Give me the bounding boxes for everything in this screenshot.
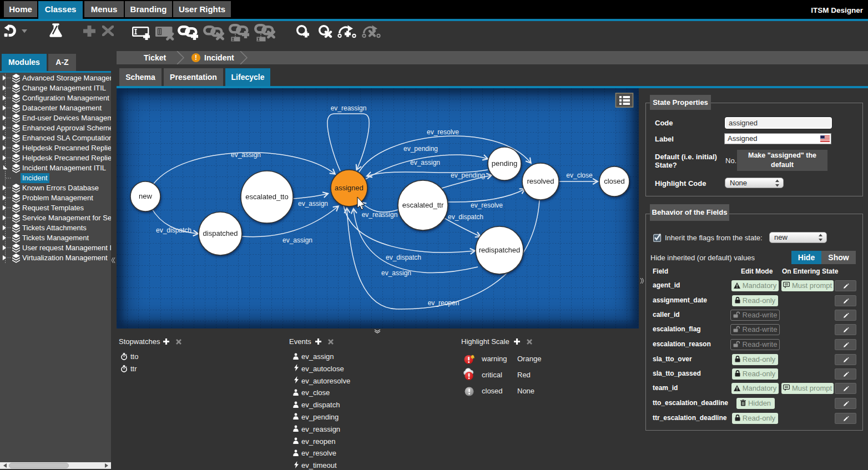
svg-text:ev_assign: ev_assign — [410, 159, 440, 166]
svg-text:ev_assign: ev_assign — [282, 236, 312, 244]
svg-text:resolved: resolved — [527, 177, 554, 185]
svg-text:dispatched: dispatched — [203, 229, 238, 237]
svg-text:ev_assign: ev_assign — [231, 151, 261, 159]
svg-text:ev_reassign: ev_reassign — [362, 211, 398, 219]
svg-text:ev_dispatch: ev_dispatch — [156, 226, 191, 234]
svg-text:ev_assign: ev_assign — [381, 269, 411, 277]
svg-text:escalated_ttr: escalated_ttr — [402, 201, 444, 209]
svg-text:ev_close: ev_close — [566, 171, 593, 179]
svg-text:ev_dispatch: ev_dispatch — [386, 254, 421, 261]
svg-text:ev_reassign: ev_reassign — [331, 104, 367, 112]
svg-text:redispatched: redispatched — [479, 246, 520, 254]
svg-text:ev_resolve: ev_resolve — [427, 128, 459, 136]
svg-text:pending: pending — [492, 159, 517, 168]
svg-text:ev_dispatch: ev_dispatch — [448, 213, 483, 221]
svg-text:new: new — [139, 192, 152, 200]
svg-text:assigned: assigned — [335, 184, 364, 192]
svg-text:ev_resolve: ev_resolve — [471, 201, 503, 209]
svg-text:escalated_tto: escalated_tto — [245, 193, 288, 201]
svg-text:ev_pending: ev_pending — [403, 145, 438, 153]
svg-text:ev_assign: ev_assign — [298, 200, 328, 208]
svg-text:closed: closed — [604, 177, 625, 185]
svg-text:ev_pending: ev_pending — [451, 171, 485, 179]
svg-text:ev_reopen: ev_reopen — [428, 299, 460, 307]
